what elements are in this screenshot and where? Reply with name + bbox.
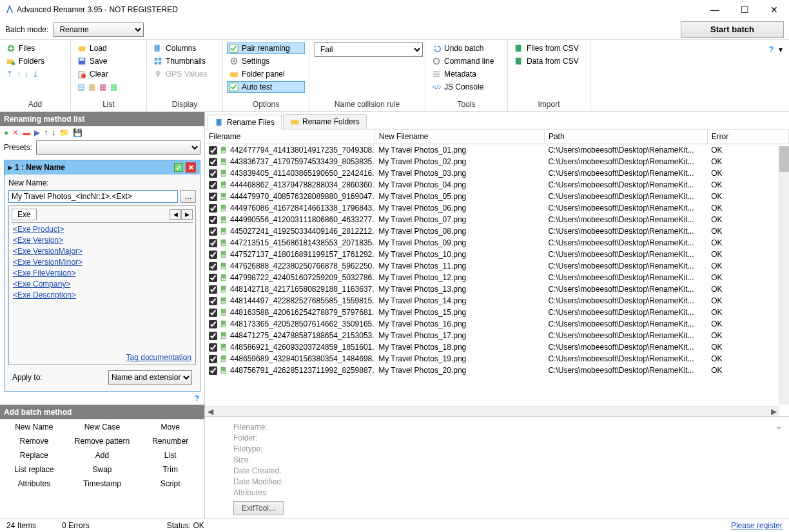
batch-method-item[interactable]: New Case bbox=[68, 421, 137, 433]
batch-method-item[interactable]: Remove pattern bbox=[68, 435, 137, 448]
batch-method-item[interactable]: Move bbox=[136, 421, 204, 433]
move-top-icon[interactable]: ⤒ bbox=[6, 70, 13, 79]
record-icon[interactable]: ▬ bbox=[23, 128, 30, 137]
method-close-button[interactable]: ✕ bbox=[186, 162, 196, 173]
tag-link[interactable]: <Exe FileVersion> bbox=[12, 269, 193, 278]
tools-jsconsole[interactable]: </>JS Console bbox=[429, 81, 503, 93]
apply-to-select[interactable]: Name and extension bbox=[108, 370, 192, 385]
table-row[interactable]: 448144497_422882527685585_1559815...My T… bbox=[205, 295, 789, 307]
tag-link[interactable]: <Exe VersionMinor> bbox=[12, 258, 193, 267]
collision-select[interactable]: Fail bbox=[315, 43, 423, 57]
tag-doc-link[interactable]: Tag documentation bbox=[125, 353, 191, 362]
help-icon[interactable]: ? bbox=[769, 45, 774, 54]
row-checkbox[interactable] bbox=[209, 169, 217, 178]
col-newfilename[interactable]: New Filename bbox=[375, 129, 544, 144]
row-checkbox[interactable] bbox=[209, 274, 217, 282]
table-row[interactable]: 444976086_416728414661338_1796843...My T… bbox=[205, 202, 789, 214]
tag-tab[interactable]: Exe bbox=[12, 209, 37, 220]
table-row[interactable]: 447527137_418016891199157_1761292...My T… bbox=[205, 249, 789, 260]
batch-method-item[interactable]: Trim bbox=[136, 463, 204, 476]
import-data-csv[interactable]: Data from CSV bbox=[512, 55, 586, 67]
row-checkbox[interactable] bbox=[209, 193, 217, 201]
batch-method-item[interactable]: Replace bbox=[0, 449, 68, 462]
horizontal-scrollbar[interactable]: ◀▶ bbox=[205, 406, 779, 416]
tools-metadata[interactable]: Metadata bbox=[429, 68, 503, 80]
open-icon[interactable]: 📁 bbox=[59, 128, 69, 137]
minimize-button[interactable]: — bbox=[700, 0, 730, 19]
tag-link[interactable]: <Exe Description> bbox=[12, 290, 193, 299]
row-checkbox[interactable] bbox=[209, 285, 217, 294]
view1-icon[interactable]: ▤ bbox=[77, 82, 84, 91]
table-row[interactable]: 448756791_426285123711992_8259887...My T… bbox=[205, 365, 789, 376]
options-folder-panel[interactable]: Folder panel bbox=[227, 68, 305, 80]
register-link[interactable]: Please register bbox=[731, 521, 783, 530]
row-checkbox[interactable] bbox=[209, 227, 217, 236]
row-checkbox[interactable] bbox=[209, 332, 217, 340]
table-row[interactable]: 447213515_415686181438553_2071835...My T… bbox=[205, 237, 789, 249]
start-batch-button[interactable]: Start batch bbox=[681, 21, 784, 38]
batch-method-item[interactable]: Remove bbox=[0, 435, 68, 448]
table-row[interactable]: 448471275_424788587188654_2153053...My T… bbox=[205, 330, 789, 341]
row-checkbox[interactable] bbox=[209, 309, 217, 317]
up-icon[interactable]: ↑ bbox=[44, 128, 48, 137]
method-header[interactable]: ▸ 1 : New Name ✓ ✕ bbox=[5, 160, 200, 175]
batch-method-item[interactable]: Swap bbox=[68, 463, 137, 476]
table-row[interactable]: 442477794_414138014917235_7049308...My T… bbox=[205, 144, 789, 157]
play-icon[interactable]: ▶ bbox=[34, 128, 40, 137]
exiftool-button[interactable]: ExifTool... bbox=[233, 501, 284, 515]
table-row[interactable]: 448163588_420616254278879_5797681...My T… bbox=[205, 307, 789, 318]
batch-method-item[interactable]: Timestamp bbox=[68, 477, 137, 490]
import-files-csv[interactable]: Files from CSV bbox=[512, 43, 586, 54]
move-down-icon[interactable]: ↓ bbox=[24, 70, 28, 79]
add-method-icon[interactable]: ● bbox=[4, 128, 8, 137]
table-row[interactable]: 448659689_432840156380354_1484698...My T… bbox=[205, 353, 789, 365]
pattern-input[interactable] bbox=[8, 190, 178, 203]
vertical-scrollbar[interactable] bbox=[779, 146, 789, 404]
row-checkbox[interactable] bbox=[209, 343, 217, 352]
tab-rename-folders[interactable]: Rename Folders bbox=[283, 114, 367, 129]
view4-icon[interactable]: ▦ bbox=[110, 82, 117, 91]
batch-method-item[interactable]: New Name bbox=[0, 421, 68, 433]
view3-icon[interactable]: ▦ bbox=[99, 82, 106, 91]
batch-method-item[interactable]: Script bbox=[136, 477, 204, 490]
col-error[interactable]: Error bbox=[707, 129, 788, 144]
method-help-icon[interactable]: ? bbox=[0, 394, 204, 404]
row-checkbox[interactable] bbox=[209, 320, 217, 328]
row-checkbox[interactable] bbox=[209, 146, 217, 155]
add-files[interactable]: Files bbox=[4, 43, 66, 54]
table-row[interactable]: 445027241_419250334409146_2812212...My T… bbox=[205, 225, 789, 237]
row-checkbox[interactable] bbox=[209, 181, 217, 189]
col-filename[interactable]: Filename bbox=[205, 129, 375, 144]
collapse-detail-icon[interactable]: ⌄ bbox=[775, 421, 783, 431]
close-button[interactable]: ✕ bbox=[759, 0, 789, 19]
tag-link[interactable]: <Exe Version> bbox=[12, 236, 193, 245]
chevron-down-icon[interactable]: ▾ bbox=[779, 45, 783, 54]
list-load[interactable]: Load bbox=[75, 43, 142, 54]
batch-method-item[interactable]: List bbox=[136, 449, 204, 462]
method-enabled-check[interactable]: ✓ bbox=[174, 163, 183, 172]
table-row[interactable]: 447626888_422380250766878_5962250...My T… bbox=[205, 260, 789, 272]
table-row[interactable]: 444479970_408576328089880_9169047...My T… bbox=[205, 191, 789, 202]
table-row[interactable]: 443839405_411403865190650_2242416...My T… bbox=[205, 167, 789, 179]
row-checkbox[interactable] bbox=[209, 366, 217, 375]
row-checkbox[interactable] bbox=[209, 297, 217, 305]
options-auto-test[interactable]: Auto test bbox=[227, 81, 305, 93]
list-clear[interactable]: Clear bbox=[75, 68, 142, 80]
options-settings[interactable]: Settings bbox=[227, 55, 305, 67]
options-pair-renaming[interactable]: Pair renaming bbox=[227, 43, 305, 54]
save-icon[interactable]: 💾 bbox=[73, 128, 83, 137]
tools-cmdline[interactable]: Command line bbox=[429, 55, 503, 67]
row-checkbox[interactable] bbox=[209, 355, 217, 363]
batch-method-item[interactable]: List replace bbox=[0, 463, 68, 476]
tag-link[interactable]: <Exe Company> bbox=[12, 280, 193, 289]
tag-next-button[interactable]: ▶ bbox=[181, 209, 193, 220]
col-path[interactable]: Path bbox=[544, 129, 707, 144]
table-row[interactable]: 448142718_421716580829188_1163637...My T… bbox=[205, 283, 789, 295]
table-row[interactable]: 448586921_426093203724859_1851601...My T… bbox=[205, 341, 789, 353]
batch-mode-select[interactable]: Rename bbox=[54, 23, 144, 37]
display-columns[interactable]: Columns bbox=[151, 43, 219, 54]
view2-icon[interactable]: ▦ bbox=[88, 82, 95, 91]
tag-prev-button[interactable]: ◀ bbox=[170, 209, 181, 220]
presets-select[interactable] bbox=[36, 140, 200, 155]
table-row[interactable]: 448173365_420528507614662_3509165...My T… bbox=[205, 318, 789, 330]
